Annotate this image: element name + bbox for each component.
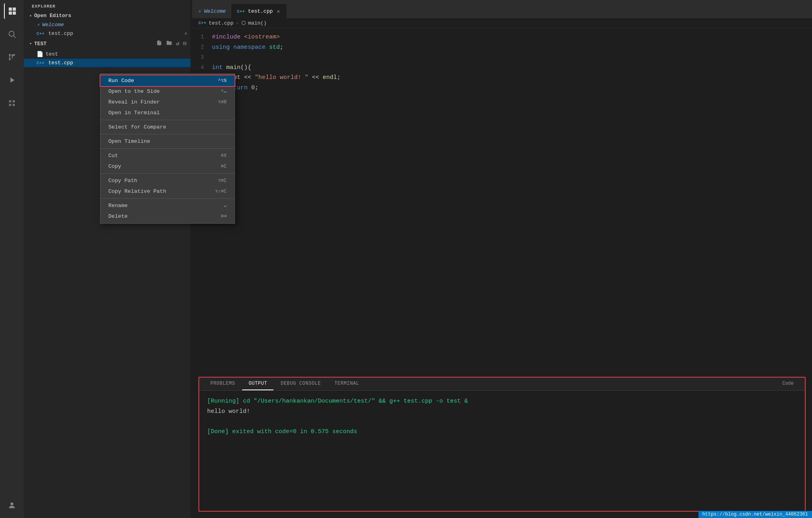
- breadcrumb-sep: ›: [236, 20, 239, 26]
- tab-welcome-label: Welcome: [204, 8, 226, 14]
- tab-cpp-icon: C++: [237, 9, 245, 14]
- sidebar-item-test[interactable]: 📄 test: [24, 50, 190, 59]
- test-file-label: test: [46, 51, 58, 57]
- separator-1: [100, 120, 235, 120]
- run-debug-icon[interactable]: [4, 72, 20, 88]
- sidebar: Explorer ▾ Open Editors ⚡ Welcome C++ te…: [24, 0, 190, 518]
- bottom-panel: PROBLEMS OUTPUT DEBUG CONSOLE TERMINAL C…: [198, 377, 806, 512]
- test-arrow-icon: ▾: [29, 41, 32, 46]
- arrow-icon: ▾: [29, 13, 32, 18]
- close-testcpp-open[interactable]: ✕: [185, 31, 187, 36]
- collapse-action[interactable]: ⊟: [183, 39, 187, 48]
- explorer-icon[interactable]: [4, 3, 20, 19]
- code-line-3: 3: [192, 52, 812, 63]
- svg-point-0: [9, 31, 14, 36]
- code-line-2: 2 using namespace std;: [192, 42, 812, 53]
- test-section-actions: ↺ ⊟: [156, 39, 187, 48]
- menu-rename[interactable]: Rename ↵: [100, 200, 235, 211]
- cut-shortcut: ⌘X: [221, 153, 227, 159]
- terminal-line-2: hello world!: [207, 407, 797, 417]
- main-content: ⚡ Welcome C++ test.cpp ✕ C++ test.cpp › …: [192, 0, 812, 518]
- menu-reveal-finder[interactable]: Reveal in Finder ⌥⌘R: [100, 97, 235, 107]
- menu-open-terminal[interactable]: Open in Terminal: [100, 107, 235, 118]
- tab-debug-console[interactable]: DEBUG CONSOLE: [274, 378, 327, 390]
- code-content-3: [212, 52, 216, 63]
- tab-bar: ⚡ Welcome C++ test.cpp ✕: [192, 0, 812, 18]
- menu-copy-path[interactable]: Copy Path ⌥⌘C: [100, 175, 235, 186]
- menu-run-code[interactable]: Run Code ^⌥N: [100, 75, 235, 86]
- terminal-done-text: [Done] exited with code=0 in 0.575 secon…: [207, 428, 357, 435]
- copy-relative-path-label: Copy Relative Path: [108, 188, 166, 194]
- test-section-header[interactable]: ▾ TEST ↺ ⊟: [24, 38, 190, 50]
- search-icon[interactable]: [4, 26, 20, 42]
- vs-icon: ⚡: [37, 21, 40, 28]
- open-editors-label: Open Editors: [34, 13, 71, 19]
- cut-label: Cut: [108, 153, 118, 159]
- svg-point-5: [10, 503, 13, 505]
- code-content-1: #include <iostream>: [212, 32, 280, 42]
- breadcrumb-cpp-icon: C++: [198, 21, 206, 25]
- copy-relative-path-shortcut: ⌥⇧⌘C: [215, 188, 227, 194]
- open-terminal-label: Open in Terminal: [108, 110, 160, 116]
- terminal-hello-world: hello world!: [207, 408, 250, 415]
- line-num-1: 1: [192, 33, 212, 42]
- open-editors-header[interactable]: ▾ Open Editors: [24, 11, 190, 20]
- code-content-2: using namespace std;: [212, 42, 283, 53]
- sidebar-item-welcome[interactable]: ⚡ Welcome: [24, 20, 190, 29]
- menu-cut[interactable]: Cut ⌘X: [100, 150, 235, 161]
- activity-bar: [0, 0, 24, 518]
- code-line-5: 5 cout << "hello world! " << endl;: [192, 73, 812, 83]
- account-icon[interactable]: [4, 497, 20, 513]
- tab-testcpp-label: test.cpp: [248, 8, 273, 14]
- code-line-6: 6 return 0;: [192, 83, 812, 93]
- testcpp-label: test.cpp: [48, 60, 73, 66]
- panel-right-label: Code: [776, 378, 800, 390]
- reveal-finder-label: Reveal in Finder: [108, 99, 160, 105]
- tab-welcome[interactable]: ⚡ Welcome: [192, 4, 231, 18]
- cpp-icon-open: C++: [37, 31, 44, 36]
- terminal-line-3: [207, 416, 797, 427]
- menu-open-side[interactable]: Open to the Side ^↵: [100, 86, 235, 97]
- code-editor[interactable]: 1 #include <iostream> 2 using namespace …: [192, 28, 812, 377]
- line-num-3: 3: [192, 53, 212, 62]
- line-num-4: 4: [192, 63, 212, 73]
- copy-shortcut: ⌘C: [221, 163, 227, 169]
- extensions-icon[interactable]: [4, 95, 20, 111]
- sidebar-item-testcpp-open[interactable]: C++ test.cpp ✕: [24, 29, 190, 38]
- open-side-label: Open to the Side: [108, 88, 160, 94]
- code-line-4: 4 int main(){: [192, 63, 812, 73]
- panel-tabs: PROBLEMS OUTPUT DEBUG CONSOLE TERMINAL C…: [199, 378, 805, 391]
- code-line-7: 7 }: [192, 93, 812, 103]
- new-folder-action[interactable]: [165, 39, 173, 48]
- menu-copy-relative-path[interactable]: Copy Relative Path ⌥⇧⌘C: [100, 186, 235, 197]
- sidebar-item-testcpp[interactable]: C++ test.cpp: [24, 59, 190, 67]
- breadcrumb-filename: test.cpp: [209, 20, 233, 26]
- terminal-running-text: [Running] cd "/Users/hankankan/Documents…: [207, 398, 468, 405]
- menu-select-compare[interactable]: Select for Compare: [100, 122, 235, 132]
- source-control-icon[interactable]: [4, 49, 20, 65]
- menu-copy[interactable]: Copy ⌘C: [100, 161, 235, 172]
- svg-point-2: [9, 54, 11, 56]
- cpp-file-icon: C++: [37, 61, 44, 65]
- tab-output[interactable]: OUTPUT: [242, 378, 273, 390]
- tab-testcpp[interactable]: C++ test.cpp ✕: [231, 4, 287, 18]
- open-timeline-label: Open Timeline: [108, 138, 150, 144]
- tab-close-testcpp[interactable]: ✕: [276, 8, 281, 15]
- rename-shortcut: ↵: [224, 203, 227, 209]
- menu-delete[interactable]: Delete ⌘⌫: [100, 211, 235, 222]
- run-code-label: Run Code: [108, 78, 134, 84]
- breadcrumb-function: main(): [248, 20, 267, 26]
- rename-label: Rename: [108, 203, 128, 209]
- menu-open-timeline[interactable]: Open Timeline: [100, 136, 235, 147]
- reveal-finder-shortcut: ⌥⌘R: [218, 99, 227, 105]
- tab-welcome-icon: ⚡: [198, 8, 201, 15]
- new-file-action[interactable]: [156, 39, 163, 48]
- terminal-line-1: [Running] cd "/Users/hankankan/Documents…: [207, 396, 797, 407]
- refresh-action[interactable]: ↺: [175, 39, 180, 48]
- code-content-4: int main(){: [212, 63, 251, 73]
- select-compare-label: Select for Compare: [108, 124, 166, 130]
- line-num-2: 2: [192, 43, 212, 52]
- tab-terminal[interactable]: TERMINAL: [328, 378, 366, 390]
- url-bar: https://blog.csdn.net/weixin_44062361: [698, 511, 812, 518]
- tab-problems[interactable]: PROBLEMS: [204, 378, 241, 390]
